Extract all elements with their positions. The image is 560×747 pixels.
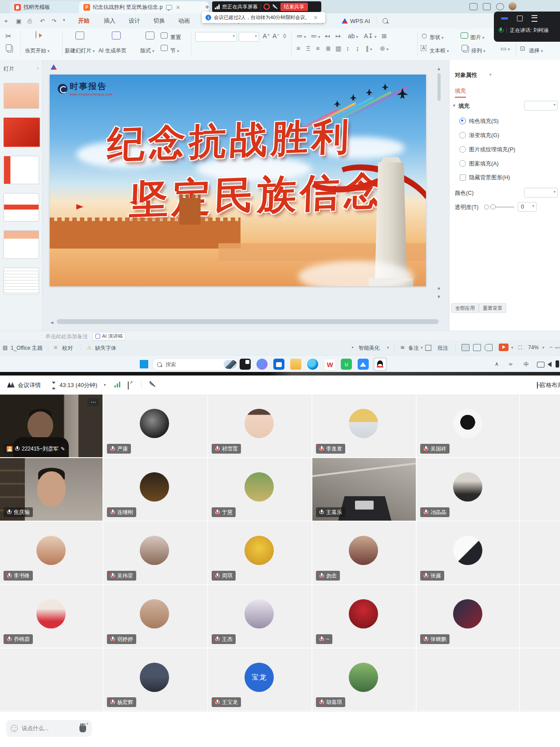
- file-explorer-icon[interactable]: [290, 359, 301, 370]
- missing-font-label[interactable]: 缺失字体: [95, 344, 116, 352]
- raise-hand-button[interactable]: [73, 720, 92, 737]
- zoom-out-icon[interactable]: −: [549, 344, 552, 350]
- slide-size-icon[interactable]: ▭▾: [501, 45, 510, 51]
- line-spacing-icon[interactable]: ↕: [346, 45, 349, 51]
- text-to-diagram-icon[interactable]: ⊞: [382, 33, 387, 39]
- record-icon[interactable]: [264, 4, 270, 10]
- distribute-icon[interactable]: ▥: [335, 45, 341, 51]
- pattern-fill-label[interactable]: 图案填充(A): [469, 160, 499, 168]
- color-swatch[interactable]: [524, 188, 558, 198]
- theme-name[interactable]: 1_Office 主题: [11, 344, 43, 352]
- vertical-scrollbar[interactable]: [438, 73, 441, 101]
- participant-tile[interactable]: 周琪: [208, 522, 312, 584]
- timer-chevron-icon[interactable]: ▾: [104, 383, 106, 387]
- slide-sorter-icon[interactable]: [473, 344, 481, 351]
- participant-tile[interactable]: 焦庆瑜: [0, 458, 103, 521]
- gradient-fill-radio[interactable]: [459, 132, 466, 138]
- decrease-font-icon[interactable]: A⁻: [272, 33, 280, 39]
- participant-tile[interactable]: 李進君: [312, 395, 416, 457]
- transparency-slider-handle[interactable]: [490, 204, 496, 209]
- participant-tile[interactable]: 严康: [103, 395, 207, 457]
- green-app-icon[interactable]: ∪: [341, 359, 352, 370]
- toast-close-icon[interactable]: ✕: [313, 15, 318, 21]
- participant-tile[interactable]: 连继刚: [103, 458, 207, 521]
- participant-tile[interactable]: 王嘉乐: [312, 458, 416, 521]
- fill-preset-combo[interactable]: [524, 101, 558, 111]
- participant-tile[interactable]: ⋯ 222415~刘彦军 ✎: [0, 395, 103, 457]
- minimized-bar-icon[interactable]: [501, 17, 508, 20]
- reset-icon[interactable]: [161, 32, 168, 39]
- slide-thumbnail[interactable]: [4, 83, 39, 109]
- zoom-value[interactable]: 74%: [528, 344, 539, 351]
- participant-tile[interactable]: 张晓鹏: [417, 585, 519, 648]
- pop-out-icon[interactable]: [128, 381, 129, 390]
- paste-icon[interactable]: [6, 44, 12, 51]
- participant-tile[interactable]: 王杰: [208, 585, 312, 648]
- more-options-button[interactable]: ⋯: [87, 398, 99, 406]
- emoji-icon[interactable]: [11, 725, 18, 732]
- meeting-timer[interactable]: 43:13 (40分钟): [59, 381, 97, 389]
- meeting-details-link[interactable]: 会议详情: [18, 381, 41, 389]
- slide-thumbnail[interactable]: [4, 156, 39, 184]
- participant-tile[interactable]: 祁雪莲: [208, 395, 312, 457]
- gradient-fill-label[interactable]: 渐变填充(G): [469, 132, 499, 139]
- play-from-current-button[interactable]: 当页开始▾: [25, 47, 50, 55]
- select-button[interactable]: 选择▾: [529, 47, 543, 55]
- comment-label[interactable]: 批注: [438, 344, 448, 352]
- wps-icon[interactable]: W: [324, 359, 336, 371]
- tray-chevron-icon[interactable]: ∧: [495, 361, 499, 367]
- horizontal-scrollbar[interactable]: [57, 319, 438, 324]
- tab-current-presentation[interactable]: P 纪念抗战胜利 坚定民族信念.p ✕: [79, 1, 209, 13]
- participant-tile[interactable]: 胡嘉琪: [312, 648, 416, 711]
- hide-bg-checkbox[interactable]: [460, 174, 466, 181]
- participant-tile[interactable]: 张露: [417, 522, 519, 584]
- participant-tile[interactable]: 宿婷婷: [103, 585, 207, 648]
- font-name-combo[interactable]: [195, 32, 237, 42]
- collapse-panel-icon[interactable]: ‹: [37, 65, 39, 71]
- slide-thumbnail[interactable]: [4, 268, 39, 294]
- tray-extra-icon[interactable]: [556, 360, 559, 368]
- menu-animation[interactable]: 动画: [178, 13, 190, 28]
- account-avatar[interactable]: [509, 2, 517, 10]
- apply-all-button[interactable]: 全部应用: [451, 303, 479, 313]
- font-size-combo[interactable]: [239, 32, 259, 42]
- new-slide-icon[interactable]: [75, 32, 84, 40]
- decrease-indent-icon[interactable]: ↤: [325, 33, 330, 39]
- fill-tab[interactable]: 填充: [455, 87, 466, 98]
- panel-chevron-icon[interactable]: ▾: [489, 72, 492, 77]
- share-doc-icon[interactable]: [469, 3, 477, 10]
- arrange-button[interactable]: 排列▾: [471, 47, 485, 55]
- participant-tile[interactable]: 勿念: [312, 522, 416, 584]
- reading-view-icon[interactable]: [485, 344, 493, 351]
- align-objects-icon[interactable]: ⊜▾: [380, 45, 388, 51]
- participant-tile[interactable]: 杨宏辉: [103, 648, 207, 711]
- slide-thumbnail-active[interactable]: [4, 118, 40, 147]
- pin-icon[interactable]: ⌖: [4, 18, 8, 25]
- participant-tile[interactable]: 吴国祥: [417, 395, 519, 457]
- taskbar-search[interactable]: [152, 358, 239, 371]
- tray-volume-icon[interactable]: [548, 362, 552, 367]
- reset-button[interactable]: 重置: [170, 34, 181, 41]
- shape-button[interactable]: 形状▾: [430, 34, 444, 41]
- quickbar-chevron-icon[interactable]: ▾: [63, 18, 65, 22]
- increase-font-icon[interactable]: A⁺: [263, 33, 270, 39]
- cut-icon[interactable]: ✂: [5, 33, 11, 40]
- beautify-label[interactable]: 智能美化: [359, 344, 380, 352]
- numbered-list-icon[interactable]: ≕▾: [311, 33, 320, 39]
- ms-store-icon[interactable]: [273, 359, 284, 370]
- scroll-up-icon[interactable]: ▲: [437, 66, 441, 71]
- ribbon-search[interactable]: [383, 13, 388, 28]
- fit-screen-icon[interactable]: ⛶: [518, 344, 522, 351]
- notes-placeholder[interactable]: 单击此处添加备注: [45, 333, 88, 340]
- list-icon[interactable]: [532, 15, 537, 22]
- ai-generate-page-icon[interactable]: [112, 32, 121, 40]
- picture-fill-radio[interactable]: [459, 146, 466, 153]
- participant-tile[interactable]: 于慧: [208, 458, 312, 521]
- para-spacing-icon[interactable]: ↨: [356, 45, 359, 51]
- search-input[interactable]: [165, 361, 211, 368]
- tab-docer-templates[interactable]: 找稻壳模板: [10, 1, 84, 13]
- text-direction-icon[interactable]: A↧▾: [364, 33, 377, 39]
- zoom-slider[interactable]: [555, 347, 560, 348]
- picture-button[interactable]: 图片▾: [470, 34, 485, 41]
- slide-thumbnail[interactable]: [4, 230, 39, 259]
